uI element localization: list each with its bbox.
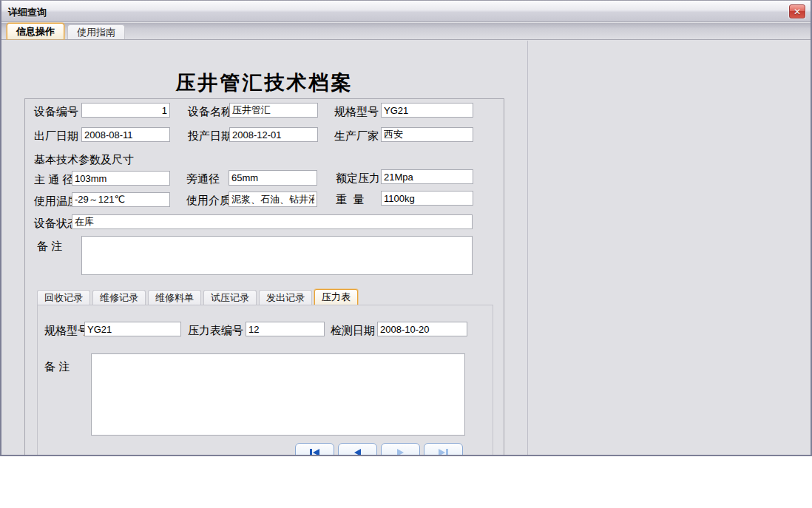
gauge-no-label: 压力表编号 bbox=[188, 324, 243, 337]
remark-label: 备 注 bbox=[37, 240, 62, 253]
previous-record-icon bbox=[354, 449, 361, 456]
gauge-spec-model-input[interactable] bbox=[84, 322, 181, 336]
first-record-button[interactable] bbox=[295, 443, 334, 456]
test-date-label: 检测日期 bbox=[331, 324, 375, 337]
temp-range-input[interactable] bbox=[72, 192, 170, 207]
record-tabstrip: 回收记录 维修记录 维修料单 试压记录 发出记录 压力表 bbox=[37, 289, 358, 305]
last-record-button[interactable] bbox=[424, 443, 463, 456]
tab-pressure-gauge[interactable]: 压力表 bbox=[314, 289, 358, 305]
spec-model-label: 规格型号 bbox=[334, 105, 379, 118]
tab-user-guide[interactable]: 使用指南 bbox=[67, 24, 125, 39]
device-name-input[interactable] bbox=[229, 103, 318, 118]
main-tabstrip: 信息操作 使用指南 bbox=[1, 23, 811, 40]
medium-label: 使用介质 bbox=[186, 194, 231, 207]
previous-record-button[interactable] bbox=[338, 443, 377, 456]
close-icon: ✕ bbox=[794, 7, 801, 16]
next-record-icon bbox=[397, 449, 404, 456]
main-diameter-label: 主 通 径 bbox=[34, 173, 73, 186]
side-diameter-label: 旁通径 bbox=[186, 172, 220, 186]
status-input[interactable] bbox=[72, 214, 473, 229]
tab-issue-records[interactable]: 发出记录 bbox=[259, 290, 312, 305]
factory-date-input[interactable] bbox=[81, 127, 170, 142]
tab-recycle-records[interactable]: 回收记录 bbox=[37, 290, 90, 305]
gauge-spec-model-label: 规格型号 bbox=[44, 324, 89, 337]
window-title: 详细查询 bbox=[8, 6, 47, 19]
first-record-icon bbox=[310, 449, 312, 456]
form-title: 压井管汇技术档案 bbox=[24, 70, 504, 96]
tab-pressure-test-records[interactable]: 试压记录 bbox=[203, 290, 257, 305]
next-record-button[interactable] bbox=[381, 443, 420, 456]
production-date-label: 投产日期 bbox=[188, 129, 232, 143]
manufacturer-input[interactable] bbox=[381, 127, 473, 142]
section-heading-parameters: 基本技术参数及尺寸 bbox=[34, 153, 134, 167]
last-record-icon bbox=[439, 449, 445, 456]
spec-model-input[interactable] bbox=[381, 103, 473, 118]
factory-date-label: 出厂日期 bbox=[34, 129, 78, 143]
production-date-input[interactable] bbox=[229, 127, 318, 142]
gauge-remark-label: 备 注 bbox=[44, 360, 70, 373]
gauge-no-input[interactable] bbox=[246, 322, 325, 336]
rated-pressure-input[interactable] bbox=[381, 169, 473, 184]
device-no-input[interactable] bbox=[81, 103, 170, 118]
side-diameter-input[interactable] bbox=[229, 170, 317, 186]
device-no-label: 设备编号 bbox=[34, 105, 78, 118]
remark-textarea[interactable] bbox=[81, 236, 473, 275]
manufacturer-label: 生产厂家 bbox=[334, 129, 379, 143]
title-bar: 详细查询 ✕ bbox=[1, 1, 811, 22]
close-button[interactable]: ✕ bbox=[789, 4, 805, 18]
detail-query-window: 详细查询 ✕ 信息操作 使用指南 压井管汇技术档案 设备编号 设备名称 规格型号… bbox=[0, 0, 812, 456]
record-navigator bbox=[295, 443, 463, 456]
main-diameter-input[interactable] bbox=[72, 171, 170, 186]
test-date-input[interactable] bbox=[377, 322, 467, 336]
gauge-remark-textarea[interactable] bbox=[91, 353, 465, 436]
weight-input[interactable] bbox=[381, 191, 473, 206]
device-name-label: 设备名称 bbox=[188, 105, 232, 118]
medium-input[interactable] bbox=[229, 192, 317, 207]
tab-repair-materials[interactable]: 维修料单 bbox=[148, 290, 201, 305]
weight-label: 重 量 bbox=[336, 193, 364, 206]
rated-pressure-label: 额定压力 bbox=[336, 172, 380, 185]
tab-repair-records[interactable]: 维修记录 bbox=[92, 290, 146, 305]
tab-info-operations[interactable]: 信息操作 bbox=[7, 23, 64, 39]
